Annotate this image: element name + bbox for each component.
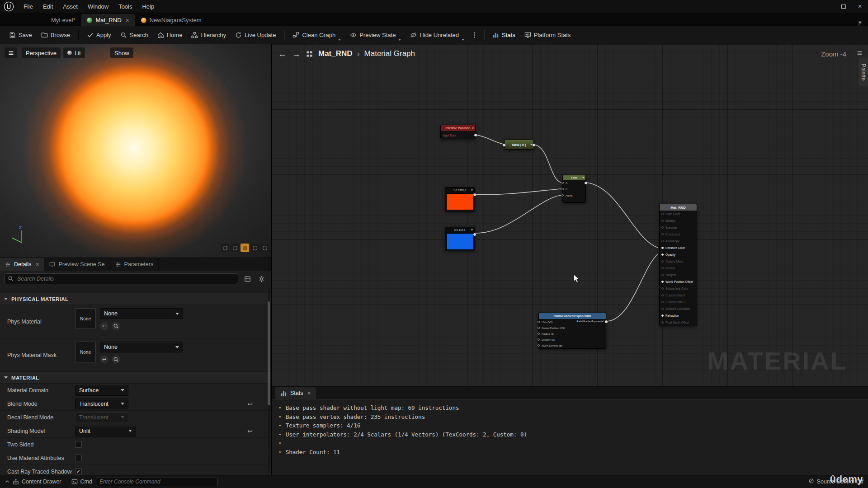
use-material-attributes-checkbox[interactable] — [75, 455, 82, 461]
node-constant3-blue[interactable]: 0,0.144,1 — [445, 227, 475, 251]
show-menu-button[interactable]: Show — [110, 47, 133, 58]
input-pin[interactable] — [661, 321, 664, 324]
node-lerp[interactable]: Lerp ABAlpha — [562, 175, 586, 203]
hide-unrelated-button[interactable]: Hide Unrelated — [406, 26, 469, 44]
unreal-logo-icon[interactable] — [4, 1, 14, 12]
browse-to-asset-icon[interactable] — [112, 322, 120, 330]
output-pin[interactable] — [474, 134, 477, 136]
input-pin[interactable] — [661, 294, 664, 296]
viewport-menu-button[interactable] — [5, 47, 17, 58]
hierarchy-button[interactable]: Hierarchy — [187, 26, 231, 44]
blend-mode-dropdown[interactable]: Translucent — [75, 399, 128, 409]
clean-graph-button[interactable]: Clean Graph — [288, 26, 345, 44]
shading-model-dropdown[interactable]: Unlit — [75, 426, 136, 436]
output-pin[interactable] — [605, 320, 608, 323]
input-pin[interactable] — [561, 194, 564, 197]
search-button[interactable]: Search — [116, 26, 153, 44]
input-pin[interactable] — [661, 281, 664, 283]
back-button[interactable]: ← — [278, 50, 287, 58]
browse-to-asset-icon[interactable] — [112, 355, 120, 364]
input-pin[interactable] — [661, 213, 664, 215]
live-update-button[interactable]: Live Update — [231, 26, 280, 44]
stats-button[interactable]: Stats — [488, 26, 520, 44]
more-options-button[interactable] — [469, 26, 480, 44]
input-pin[interactable] — [661, 308, 664, 310]
node-constant3-orange[interactable]: 1,0.0385,0 — [445, 187, 475, 211]
menu-help[interactable]: Help — [137, 0, 159, 13]
home-button[interactable]: Home — [153, 26, 187, 44]
input-pin[interactable] — [661, 260, 664, 263]
browse-button[interactable]: Browse — [37, 26, 75, 44]
tab-mylevel[interactable]: MyLevel* — [45, 14, 81, 26]
reset-to-default-icon[interactable]: ↩ — [247, 427, 253, 435]
gear-icon[interactable] — [256, 274, 266, 284]
output-pin[interactable] — [533, 144, 535, 146]
output-pin[interactable] — [585, 182, 587, 184]
asset-thumbnail[interactable]: None — [75, 342, 96, 362]
input-pin[interactable] — [661, 220, 664, 222]
use-selected-asset-icon[interactable]: ↩ — [100, 322, 108, 330]
asset-thumbnail[interactable]: None — [75, 308, 96, 329]
platform-stats-button[interactable]: Platform Stats — [520, 26, 576, 44]
menu-tools[interactable]: Tools — [113, 0, 137, 13]
material-graph-canvas[interactable]: ← → Mat_RND › Material Graph Zoom -4 Pal… — [271, 44, 868, 475]
preview-shape-sphere-button[interactable] — [231, 244, 239, 252]
tab-mat-rnd[interactable]: Mat_RND × — [81, 14, 135, 26]
two-sided-checkbox[interactable] — [75, 441, 82, 448]
input-pin[interactable] — [561, 188, 564, 190]
preview-viewport[interactable]: Perspective Lit Show Z — [0, 44, 271, 258]
input-pin[interactable] — [503, 144, 505, 146]
section-material[interactable]: MATERIAL — [0, 372, 271, 384]
menu-window[interactable]: Window — [83, 0, 113, 13]
apply-button[interactable]: Apply — [82, 26, 116, 44]
input-pin[interactable] — [661, 253, 664, 256]
search-details-input[interactable] — [5, 273, 238, 284]
node-particle-position[interactable]: Particle Position Input Data — [440, 125, 476, 139]
breadcrumb-root[interactable]: Mat_RND — [318, 49, 353, 58]
node-mask-r[interactable]: Mask ( R ) — [504, 140, 534, 150]
input-pin[interactable] — [538, 321, 540, 323]
close-button[interactable]: × — [852, 0, 868, 13]
stats-panel-tab[interactable]: Stats × — [275, 387, 316, 399]
input-pin[interactable] — [538, 327, 540, 329]
input-pin[interactable] — [661, 274, 664, 276]
menu-asset[interactable]: Asset — [58, 0, 83, 13]
close-icon[interactable]: × — [307, 390, 311, 396]
content-drawer-button[interactable]: Content Drawer — [5, 479, 61, 485]
preview-shape-cube-button[interactable] — [250, 244, 259, 252]
palette-tab[interactable]: Palette — [859, 58, 868, 86]
input-pin[interactable] — [661, 301, 664, 303]
forward-button[interactable]: → — [292, 50, 301, 58]
node-radial-gradient-exponential[interactable]: RadialGradientExponential UVs (V2)Center… — [538, 313, 606, 349]
tab-new-niagara-system[interactable]: NewNiagaraSystem — [135, 14, 208, 26]
input-pin[interactable] — [661, 267, 664, 269]
input-pin[interactable] — [661, 314, 664, 317]
maximize-button[interactable] — [835, 0, 852, 13]
tab-preview-scene-settings[interactable]: Preview Scene Se — [44, 258, 110, 271]
input-pin[interactable] — [661, 226, 664, 229]
tab-details[interactable]: Details × — [0, 258, 44, 271]
output-pin[interactable] — [473, 193, 476, 196]
phys-material-dropdown[interactable]: None — [100, 308, 183, 319]
flag-icon[interactable] — [858, 20, 863, 26]
input-pin[interactable] — [661, 240, 664, 242]
preview-shape-plane-button[interactable] — [241, 244, 249, 252]
node-material-result[interactable]: Mat_RND Base ColorMetallicSpecularRoughn… — [659, 204, 697, 326]
menu-file[interactable]: File — [19, 0, 38, 13]
close-icon[interactable]: × — [126, 17, 129, 23]
minimize-button[interactable]: – — [819, 0, 835, 13]
input-pin[interactable] — [538, 333, 540, 335]
tab-parameters[interactable]: Parameters — [110, 258, 159, 271]
lit-mode-button[interactable]: Lit — [63, 47, 85, 58]
section-physical-material[interactable]: PHYSICAL MATERIAL — [0, 293, 271, 305]
graph-options-icon[interactable] — [857, 50, 863, 56]
close-icon[interactable]: × — [35, 261, 39, 267]
phys-material-mask-dropdown[interactable]: None — [100, 342, 183, 352]
input-pin[interactable] — [561, 182, 564, 184]
console-command-input[interactable] — [96, 478, 218, 486]
preview-shape-cylinder-button[interactable] — [221, 244, 229, 252]
cmd-button[interactable]: Cmd — [71, 479, 92, 485]
input-pin[interactable] — [538, 338, 540, 341]
input-pin[interactable] — [661, 247, 664, 249]
material-domain-dropdown[interactable]: Surface — [75, 385, 128, 396]
